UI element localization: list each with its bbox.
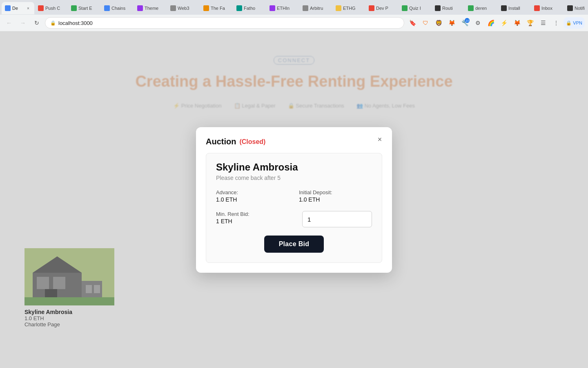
tab-label: Theme (145, 6, 163, 11)
tab-favicon (38, 5, 44, 11)
extension-5-icon[interactable]: 🏆 (524, 17, 536, 29)
advance-detail: Advance: 1.0 ETH (216, 189, 289, 203)
min-rent-bid-info: Min. Rent Bid: 1 ETH (216, 211, 286, 224)
tab-favicon (369, 5, 374, 11)
tab-active[interactable]: De × (2, 2, 34, 14)
modal-property-name: Skyline Ambrosia (216, 162, 372, 173)
tab-17[interactable]: Inbox (531, 2, 564, 14)
advance-label: Advance: (216, 189, 289, 195)
tab-favicon (170, 5, 176, 11)
min-rent-bid-label: Min. Rent Bid: (216, 211, 286, 217)
tab-favicon (236, 5, 242, 11)
tab-label: Install (508, 6, 527, 11)
tab-label: De (12, 6, 24, 11)
tab-9[interactable]: ETHIn (266, 2, 299, 14)
place-bid-button[interactable]: Place Bid (264, 236, 324, 253)
tab-label: Routi (442, 6, 461, 11)
tab-label: ETHIn (277, 6, 296, 11)
lock-icon: 🔒 (50, 20, 56, 26)
tab-favicon (203, 5, 209, 11)
tab-7[interactable]: The Fa (200, 2, 233, 14)
modal-card: Skyline Ambrosia Please come back after … (206, 153, 382, 263)
sidebar-toggle-button[interactable]: ☰ (537, 17, 549, 29)
tab-favicon (534, 5, 540, 11)
tab-10[interactable]: Arbitru (299, 2, 332, 14)
tab-bar: De × Push C Start E Chains Theme Web3 Th… (0, 0, 588, 15)
more-options-button[interactable]: ⋮ (550, 17, 562, 29)
tab-2[interactable]: Push C (35, 2, 67, 14)
tab-label: Quiz I (409, 6, 428, 11)
tab-16[interactable]: Install (498, 2, 530, 14)
tab-label: Inbox (541, 6, 560, 11)
tab-label: Push C (45, 6, 64, 11)
tab-favicon (468, 5, 474, 11)
tab-favicon (501, 5, 507, 11)
tab-favicon (402, 5, 408, 11)
tab-favicon (435, 5, 441, 11)
min-rent-bid-value: 1 ETH (216, 218, 286, 224)
tab-13[interactable]: Quiz I (399, 2, 431, 14)
tab-label: ETHG (343, 6, 362, 11)
extension-1-icon[interactable]: ⚙ (472, 17, 483, 29)
initial-deposit-label: Initial Deposit: (299, 189, 372, 195)
modal-property-subtitle: Please come back after 5 (216, 175, 372, 181)
tab-favicon (336, 5, 341, 11)
tab-favicon (104, 5, 110, 11)
browser-chrome: De × Push C Start E Chains Theme Web3 Th… (0, 0, 588, 31)
tab-favicon (567, 5, 573, 11)
extension-3-icon[interactable]: ⚡ (498, 17, 510, 29)
extension-4-icon[interactable]: 🦊 (511, 17, 523, 29)
tab-close-btn[interactable]: × (25, 5, 31, 11)
tab-favicon (303, 5, 308, 11)
tab-8[interactable]: Fatho (233, 2, 266, 14)
tab-favicon (5, 5, 11, 11)
address-bar-row: ← → ↻ 🔒 localhost:3000 🔖 🛡 🦁 🦊 🔧 10 ⚙ 🌈 … (0, 15, 588, 31)
brave-rewards-icon[interactable]: 🦁 (433, 17, 444, 29)
tab-4[interactable]: Chains (101, 2, 134, 14)
address-text: localhost:3000 (58, 20, 93, 26)
tab-label: The Fa (211, 6, 229, 11)
tab-label: Chains (111, 6, 130, 11)
auction-modal: Auction (Closed) × Skyline Ambrosia Plea… (196, 127, 392, 273)
initial-deposit-detail: Initial Deposit: 1.0 ETH (299, 189, 372, 203)
tab-label: Dev P (376, 6, 395, 11)
metamask-icon[interactable]: 🦊 (446, 17, 457, 29)
vpn-button[interactable]: 🔒 VPN (564, 17, 585, 29)
tab-label: Start E (78, 6, 97, 11)
tab-14[interactable]: Routi (432, 2, 464, 14)
modal-close-button[interactable]: × (374, 134, 385, 145)
modal-title: Auction (206, 137, 236, 146)
tab-label: Arbitru (310, 6, 329, 11)
tab-6[interactable]: Web3 (167, 2, 200, 14)
tab-favicon (71, 5, 77, 11)
tab-15[interactable]: deren (465, 2, 497, 14)
brave-shield-icon[interactable]: 🛡 (420, 17, 431, 29)
advance-value: 1.0 ETH (216, 196, 289, 203)
modal-status-badge: (Closed) (239, 138, 265, 146)
tab-12[interactable]: Dev P (365, 2, 398, 14)
tab-11[interactable]: ETHG (332, 2, 365, 14)
bid-amount-input[interactable] (302, 211, 372, 227)
bookmark-button[interactable]: 🔖 (407, 17, 418, 29)
bid-input-wrapper (302, 211, 372, 227)
back-button[interactable]: ← (3, 17, 15, 29)
extension-2-icon[interactable]: 🌈 (485, 17, 497, 29)
min-rent-bid-row: Min. Rent Bid: 1 ETH (216, 211, 372, 227)
extension-badge: 10 (465, 18, 470, 23)
tab-18[interactable]: Notifi (564, 2, 588, 14)
extension-badge-icon[interactable]: 🔧 10 (459, 17, 470, 29)
modal-overlay[interactable]: Auction (Closed) × Skyline Ambrosia Plea… (0, 31, 588, 368)
tab-favicon (270, 5, 275, 11)
reload-button[interactable]: ↻ (31, 17, 42, 29)
address-bar[interactable]: 🔒 localhost:3000 (45, 17, 404, 29)
page-content: CONNECT Creating a Hassle-Free Renting E… (0, 31, 588, 368)
modal-header: Auction (Closed) (206, 137, 382, 146)
toolbar-icons: 🔖 🛡 🦁 🦊 🔧 10 ⚙ 🌈 ⚡ 🦊 🏆 ☰ ⋮ 🔒 VPN (407, 17, 585, 29)
tab-label: deren (475, 6, 494, 11)
initial-deposit-value: 1.0 ETH (299, 196, 372, 203)
tab-label: Web3 (178, 6, 196, 11)
forward-button[interactable]: → (17, 17, 29, 29)
tab-5[interactable]: Theme (134, 2, 167, 14)
property-details-grid: Advance: 1.0 ETH Initial Deposit: 1.0 ET… (216, 189, 372, 203)
tab-3[interactable]: Start E (68, 2, 100, 14)
